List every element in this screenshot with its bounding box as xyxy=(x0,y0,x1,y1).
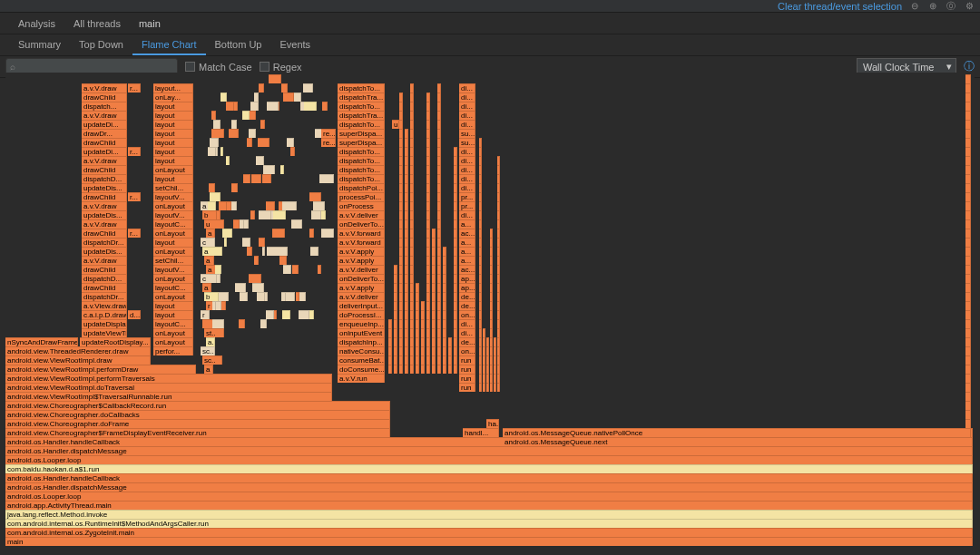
flame-frame[interactable] xyxy=(443,337,446,346)
flame-frame[interactable] xyxy=(242,111,250,120)
flame-frame[interactable] xyxy=(267,102,279,111)
flame-frame[interactable] xyxy=(965,165,971,174)
flame-frame[interactable] xyxy=(259,238,265,247)
flame-frame[interactable] xyxy=(426,174,430,183)
flame-frame[interactable] xyxy=(416,355,419,365)
flame-frame[interactable] xyxy=(212,301,216,310)
flame-frame[interactable] xyxy=(432,365,436,374)
flame-frame[interactable]: updateViewTreeDi... xyxy=(82,328,127,337)
flame-frame[interactable] xyxy=(497,156,500,165)
flame-frame[interactable] xyxy=(283,92,294,102)
flame-frame[interactable] xyxy=(426,229,430,238)
flame-frame[interactable] xyxy=(399,229,403,238)
flame-frame[interactable] xyxy=(394,337,397,346)
flame-frame[interactable] xyxy=(437,274,441,283)
flame-frame[interactable] xyxy=(266,310,274,319)
flame-frame[interactable]: on... xyxy=(459,346,475,355)
flame-frame[interactable] xyxy=(405,301,408,310)
flame-frame[interactable] xyxy=(410,328,414,337)
flame-frame[interactable] xyxy=(231,120,237,129)
flame-frame[interactable] xyxy=(497,238,500,247)
flame-frame[interactable] xyxy=(965,183,971,192)
flame-frame[interactable]: layout xyxy=(153,102,193,111)
flame-frame[interactable] xyxy=(454,210,457,219)
flame-frame[interactable]: android.view.Choreographer.doCallbacks xyxy=(5,410,390,419)
flame-frame[interactable] xyxy=(437,129,441,138)
flame-frame[interactable] xyxy=(394,355,397,365)
flame-frame[interactable] xyxy=(443,256,446,265)
flame-frame[interactable]: layout xyxy=(153,238,193,247)
flame-frame[interactable] xyxy=(965,328,971,337)
flame-frame[interactable] xyxy=(394,274,397,283)
flame-frame[interactable] xyxy=(405,138,408,147)
flame-frame[interactable] xyxy=(273,210,286,219)
flame-frame[interactable] xyxy=(249,274,261,283)
flame-frame[interactable]: di... xyxy=(459,83,475,92)
flame-frame[interactable] xyxy=(410,256,414,265)
flame-frame[interactable] xyxy=(965,219,971,229)
flame-frame[interactable]: dispatchTo... xyxy=(338,174,385,183)
flame-frame[interactable] xyxy=(497,319,500,328)
flame-frame[interactable]: a.v.V.deliver xyxy=(338,292,385,301)
flame-frame[interactable] xyxy=(399,138,403,147)
flame-frame[interactable] xyxy=(399,346,403,355)
flame-frame[interactable] xyxy=(240,292,248,301)
flame-frame[interactable] xyxy=(965,346,971,355)
flame-frame[interactable] xyxy=(443,365,446,374)
flame-frame[interactable]: a... xyxy=(459,238,475,247)
flame-frame[interactable] xyxy=(454,238,457,247)
flame-frame[interactable] xyxy=(426,219,430,229)
flame-frame[interactable] xyxy=(437,92,441,102)
flame-frame[interactable] xyxy=(405,183,408,192)
flame-frame[interactable] xyxy=(965,201,971,210)
flame-frame[interactable]: di... xyxy=(459,183,475,192)
flame-frame[interactable]: a.v.V.apply xyxy=(338,256,385,265)
flame-frame[interactable] xyxy=(454,274,457,283)
flame-frame[interactable] xyxy=(490,238,493,247)
flame-frame[interactable]: u xyxy=(204,219,224,229)
flame-frame[interactable]: layoutV... xyxy=(153,265,193,274)
flame-frame[interactable]: dispatchPoi... xyxy=(338,183,385,192)
flame-frame[interactable] xyxy=(290,147,295,156)
flame-frame[interactable] xyxy=(242,238,250,247)
flame-frame[interactable] xyxy=(426,301,430,310)
flame-frame[interactable] xyxy=(437,111,441,120)
flame-frame[interactable]: dispatchTra... xyxy=(338,92,385,102)
flame-frame[interactable] xyxy=(454,192,457,201)
flame-frame[interactable] xyxy=(426,365,430,374)
flame-frame[interactable] xyxy=(388,319,392,328)
flame-frame[interactable] xyxy=(405,319,408,328)
flame-frame[interactable] xyxy=(399,283,403,292)
flame-frame[interactable]: android.view.ViewRootImpl.performTravers… xyxy=(5,374,332,383)
flame-frame[interactable] xyxy=(479,201,482,210)
flame-frame[interactable]: android.view.ThreadedRenderer.draw xyxy=(5,346,151,355)
flame-frame[interactable] xyxy=(448,365,452,374)
flame-frame[interactable] xyxy=(965,210,971,219)
flame-frame[interactable] xyxy=(215,265,221,274)
flame-frame[interactable]: di... xyxy=(459,111,475,120)
flame-frame[interactable] xyxy=(399,301,403,310)
flame-frame[interactable]: a.v.V.forward xyxy=(338,238,385,247)
flame-frame[interactable] xyxy=(497,192,500,201)
flame-frame[interactable]: de... xyxy=(459,292,475,301)
flame-frame[interactable] xyxy=(497,201,500,210)
flame-frame[interactable] xyxy=(399,120,403,129)
flame-frame[interactable]: layout xyxy=(153,120,193,129)
flame-frame[interactable] xyxy=(421,365,425,374)
subtab-events[interactable]: Events xyxy=(270,35,319,55)
flame-frame[interactable] xyxy=(479,165,482,174)
flame-frame[interactable] xyxy=(479,147,482,156)
search-input[interactable] xyxy=(12,61,161,72)
flame-frame[interactable] xyxy=(426,138,430,147)
flame-frame[interactable] xyxy=(965,401,971,410)
flame-frame[interactable] xyxy=(479,183,482,192)
flame-frame[interactable]: a.v.V.deliver xyxy=(338,210,385,219)
flame-frame[interactable]: layout xyxy=(153,138,193,147)
flame-frame[interactable] xyxy=(303,83,313,92)
flame-frame[interactable] xyxy=(432,319,436,328)
flame-frame[interactable] xyxy=(432,274,436,283)
flame-frame[interactable] xyxy=(399,319,403,328)
flame-frame[interactable] xyxy=(497,256,500,265)
flame-frame[interactable]: layoutC... xyxy=(153,319,193,328)
flame-frame[interactable] xyxy=(394,319,397,328)
